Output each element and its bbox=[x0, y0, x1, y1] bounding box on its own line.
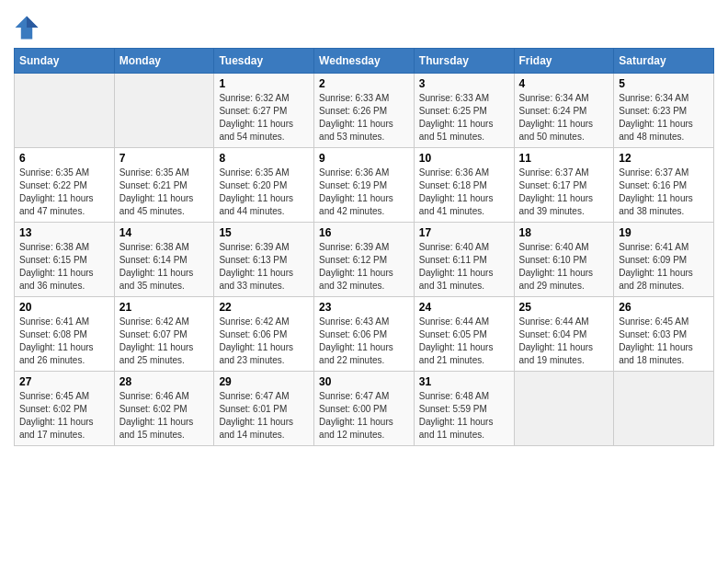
day-info: Sunrise: 6:32 AMSunset: 6:27 PMDaylight:… bbox=[219, 92, 309, 144]
day-number: 17 bbox=[419, 226, 509, 239]
day-number: 14 bbox=[119, 226, 210, 239]
calendar-cell: 5Sunrise: 6:34 AMSunset: 6:23 PMDaylight… bbox=[614, 74, 714, 148]
calendar-week-3: 13Sunrise: 6:38 AMSunset: 6:15 PMDayligh… bbox=[15, 223, 714, 297]
day-number: 10 bbox=[419, 152, 509, 165]
day-info: Sunrise: 6:35 AMSunset: 6:20 PMDaylight:… bbox=[219, 167, 309, 218]
calendar-cell: 19Sunrise: 6:41 AMSunset: 6:09 PMDayligh… bbox=[614, 223, 714, 297]
calendar-week-1: 1Sunrise: 6:32 AMSunset: 6:27 PMDaylight… bbox=[15, 74, 714, 148]
day-number: 16 bbox=[319, 226, 409, 239]
day-info: Sunrise: 6:48 AMSunset: 5:59 PMDaylight:… bbox=[419, 390, 509, 442]
day-header-monday: Monday bbox=[114, 49, 214, 74]
day-number: 25 bbox=[519, 301, 609, 314]
calendar-cell: 12Sunrise: 6:37 AMSunset: 6:16 PMDayligh… bbox=[614, 148, 714, 223]
day-info: Sunrise: 6:46 AMSunset: 6:02 PMDaylight:… bbox=[119, 390, 210, 442]
day-info: Sunrise: 6:45 AMSunset: 6:02 PMDaylight:… bbox=[19, 390, 109, 442]
day-number: 23 bbox=[319, 301, 409, 314]
logo-area bbox=[14, 9, 43, 40]
day-number: 15 bbox=[219, 226, 309, 239]
day-header-sunday: Sunday bbox=[15, 49, 115, 74]
calendar-cell bbox=[114, 74, 214, 148]
calendar-cell: 13Sunrise: 6:38 AMSunset: 6:15 PMDayligh… bbox=[15, 223, 115, 297]
calendar-cell: 25Sunrise: 6:44 AMSunset: 6:04 PMDayligh… bbox=[514, 297, 614, 372]
calendar-cell: 10Sunrise: 6:36 AMSunset: 6:18 PMDayligh… bbox=[414, 148, 514, 223]
header bbox=[14, 9, 714, 40]
day-info: Sunrise: 6:44 AMSunset: 6:05 PMDaylight:… bbox=[419, 316, 509, 367]
day-number: 7 bbox=[119, 152, 210, 165]
day-number: 21 bbox=[119, 301, 210, 314]
day-info: Sunrise: 6:33 AMSunset: 6:25 PMDaylight:… bbox=[419, 92, 509, 144]
calendar-cell: 1Sunrise: 6:32 AMSunset: 6:27 PMDaylight… bbox=[214, 74, 314, 148]
calendar-cell: 28Sunrise: 6:46 AMSunset: 6:02 PMDayligh… bbox=[114, 372, 214, 446]
day-info: Sunrise: 6:39 AMSunset: 6:13 PMDaylight:… bbox=[219, 241, 309, 293]
calendar-cell: 7Sunrise: 6:35 AMSunset: 6:21 PMDaylight… bbox=[114, 148, 214, 223]
day-info: Sunrise: 6:38 AMSunset: 6:15 PMDaylight:… bbox=[19, 241, 109, 293]
day-number: 5 bbox=[619, 77, 709, 90]
calendar-cell: 11Sunrise: 6:37 AMSunset: 6:17 PMDayligh… bbox=[514, 148, 614, 223]
day-header-wednesday: Wednesday bbox=[314, 49, 415, 74]
day-number: 24 bbox=[419, 301, 509, 314]
day-info: Sunrise: 6:44 AMSunset: 6:04 PMDaylight:… bbox=[519, 316, 609, 367]
day-info: Sunrise: 6:34 AMSunset: 6:24 PMDaylight:… bbox=[519, 92, 609, 144]
day-info: Sunrise: 6:42 AMSunset: 6:06 PMDaylight:… bbox=[219, 316, 309, 367]
day-info: Sunrise: 6:41 AMSunset: 6:09 PMDaylight:… bbox=[619, 241, 709, 293]
calendar-cell: 24Sunrise: 6:44 AMSunset: 6:05 PMDayligh… bbox=[414, 297, 514, 372]
calendar-cell: 2Sunrise: 6:33 AMSunset: 6:26 PMDaylight… bbox=[314, 74, 415, 148]
calendar-week-5: 27Sunrise: 6:45 AMSunset: 6:02 PMDayligh… bbox=[15, 372, 714, 446]
calendar-cell: 31Sunrise: 6:48 AMSunset: 5:59 PMDayligh… bbox=[414, 372, 514, 446]
day-info: Sunrise: 6:47 AMSunset: 6:01 PMDaylight:… bbox=[219, 390, 309, 442]
calendar-cell: 4Sunrise: 6:34 AMSunset: 6:24 PMDaylight… bbox=[514, 74, 614, 148]
logo-icon bbox=[14, 15, 40, 40]
day-number: 27 bbox=[19, 375, 109, 388]
calendar-cell: 9Sunrise: 6:36 AMSunset: 6:19 PMDaylight… bbox=[314, 148, 415, 223]
day-info: Sunrise: 6:38 AMSunset: 6:14 PMDaylight:… bbox=[119, 241, 210, 293]
day-info: Sunrise: 6:33 AMSunset: 6:26 PMDaylight:… bbox=[319, 92, 409, 144]
day-info: Sunrise: 6:43 AMSunset: 6:06 PMDaylight:… bbox=[319, 316, 409, 367]
day-info: Sunrise: 6:36 AMSunset: 6:19 PMDaylight:… bbox=[319, 167, 409, 218]
day-info: Sunrise: 6:47 AMSunset: 6:00 PMDaylight:… bbox=[319, 390, 409, 442]
day-number: 29 bbox=[219, 375, 309, 388]
day-number: 19 bbox=[619, 226, 709, 239]
day-number: 11 bbox=[519, 152, 609, 165]
calendar-week-2: 6Sunrise: 6:35 AMSunset: 6:22 PMDaylight… bbox=[15, 148, 714, 223]
day-number: 3 bbox=[419, 77, 509, 90]
calendar-cell: 16Sunrise: 6:39 AMSunset: 6:12 PMDayligh… bbox=[314, 223, 415, 297]
day-info: Sunrise: 6:39 AMSunset: 6:12 PMDaylight:… bbox=[319, 241, 409, 293]
calendar-table: SundayMondayTuesdayWednesdayThursdayFrid… bbox=[14, 48, 714, 446]
day-number: 1 bbox=[219, 77, 309, 90]
calendar-cell: 21Sunrise: 6:42 AMSunset: 6:07 PMDayligh… bbox=[114, 297, 214, 372]
calendar-cell: 26Sunrise: 6:45 AMSunset: 6:03 PMDayligh… bbox=[614, 297, 714, 372]
calendar-cell: 3Sunrise: 6:33 AMSunset: 6:25 PMDaylight… bbox=[414, 74, 514, 148]
day-info: Sunrise: 6:41 AMSunset: 6:08 PMDaylight:… bbox=[19, 316, 109, 367]
day-number: 22 bbox=[219, 301, 309, 314]
calendar-header: SundayMondayTuesdayWednesdayThursdayFrid… bbox=[15, 49, 714, 74]
calendar-cell: 29Sunrise: 6:47 AMSunset: 6:01 PMDayligh… bbox=[214, 372, 314, 446]
calendar-cell: 15Sunrise: 6:39 AMSunset: 6:13 PMDayligh… bbox=[214, 223, 314, 297]
day-info: Sunrise: 6:34 AMSunset: 6:23 PMDaylight:… bbox=[619, 92, 709, 144]
calendar-cell: 14Sunrise: 6:38 AMSunset: 6:14 PMDayligh… bbox=[114, 223, 214, 297]
day-header-thursday: Thursday bbox=[414, 49, 514, 74]
day-number: 6 bbox=[19, 152, 109, 165]
day-number: 2 bbox=[319, 77, 409, 90]
calendar-cell: 23Sunrise: 6:43 AMSunset: 6:06 PMDayligh… bbox=[314, 297, 415, 372]
calendar-cell bbox=[15, 74, 115, 148]
calendar-cell: 30Sunrise: 6:47 AMSunset: 6:00 PMDayligh… bbox=[314, 372, 415, 446]
day-number: 12 bbox=[619, 152, 709, 165]
calendar-cell bbox=[514, 372, 614, 446]
day-info: Sunrise: 6:35 AMSunset: 6:22 PMDaylight:… bbox=[19, 167, 109, 218]
calendar-body: 1Sunrise: 6:32 AMSunset: 6:27 PMDaylight… bbox=[15, 74, 714, 446]
day-header-tuesday: Tuesday bbox=[214, 49, 314, 74]
calendar-cell: 20Sunrise: 6:41 AMSunset: 6:08 PMDayligh… bbox=[15, 297, 115, 372]
day-info: Sunrise: 6:36 AMSunset: 6:18 PMDaylight:… bbox=[419, 167, 509, 218]
day-number: 18 bbox=[519, 226, 609, 239]
calendar-cell: 22Sunrise: 6:42 AMSunset: 6:06 PMDayligh… bbox=[214, 297, 314, 372]
day-header-friday: Friday bbox=[514, 49, 614, 74]
day-number: 28 bbox=[119, 375, 210, 388]
day-info: Sunrise: 6:40 AMSunset: 6:11 PMDaylight:… bbox=[419, 241, 509, 293]
day-number: 9 bbox=[319, 152, 409, 165]
day-info: Sunrise: 6:42 AMSunset: 6:07 PMDaylight:… bbox=[119, 316, 210, 367]
day-info: Sunrise: 6:45 AMSunset: 6:03 PMDaylight:… bbox=[619, 316, 709, 367]
day-number: 4 bbox=[519, 77, 609, 90]
day-info: Sunrise: 6:35 AMSunset: 6:21 PMDaylight:… bbox=[119, 167, 210, 218]
calendar-cell bbox=[614, 372, 714, 446]
day-number: 13 bbox=[19, 226, 109, 239]
